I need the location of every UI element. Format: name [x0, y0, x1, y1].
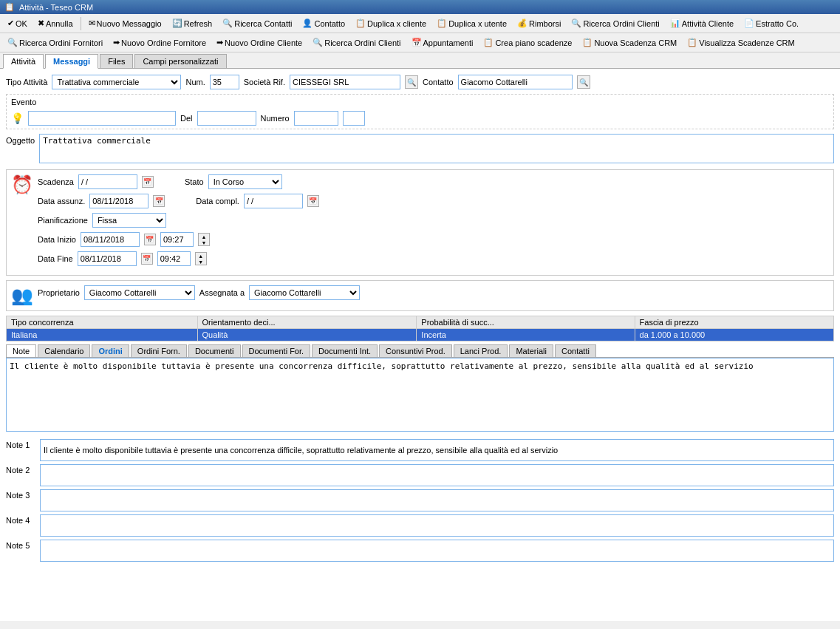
appuntamenti-button[interactable]: 📅 Appuntamenti — [407, 35, 478, 50]
annulla-icon: ✖ — [38, 18, 44, 28]
stato-select[interactable]: In Corso Chiuso Sospeso — [208, 174, 282, 189]
time-up-button[interactable]: ▲ — [199, 234, 209, 239]
nuovo-ordine-fornitore-button[interactable]: ➡ Nuovo Ordine Fornitore — [109, 35, 211, 50]
oggetto-textarea[interactable]: Trattativa commerciale — [39, 134, 834, 163]
data-compl-calendar-button[interactable]: 📅 — [307, 195, 319, 207]
note2-input[interactable] — [40, 464, 834, 486]
note5-input[interactable] — [40, 540, 834, 562]
data-inizio-calendar-button[interactable]: 📅 — [144, 234, 156, 245]
sub-tab-calendario[interactable]: Calendario — [38, 344, 90, 357]
sub-tab-contatti[interactable]: Contatti — [555, 344, 596, 357]
note3-input[interactable] — [40, 489, 834, 511]
data-assunz-input[interactable] — [89, 194, 148, 208]
numero2-input[interactable] — [343, 111, 365, 126]
rimborsi-button[interactable]: 💰 Rimborsi — [513, 16, 565, 30]
note3-label: Note 3 — [6, 489, 35, 500]
tab-messaggi[interactable]: Messaggi — [45, 54, 98, 69]
tipo-attivita-label: Tipo Attività — [6, 78, 47, 86]
sub-tab-documenti[interactable]: Documenti — [188, 344, 241, 357]
societa-rif-input[interactable] — [290, 75, 400, 89]
numero-input[interactable] — [294, 111, 338, 126]
col-orientamento: Orientamento deci... — [197, 316, 417, 329]
scadenza-label: Scadenza — [38, 177, 74, 186]
data-fine-time-input[interactable] — [157, 251, 191, 266]
contatto-input[interactable] — [458, 75, 573, 89]
fine-time-up-button[interactable]: ▲ — [196, 253, 206, 259]
scadenza-calendar-button[interactable]: 📅 — [142, 176, 154, 188]
tab-files[interactable]: Files — [100, 54, 133, 68]
data-inizio-input[interactable] — [81, 232, 140, 247]
duplica-cliente-button[interactable]: 📋 Duplica x cliente — [351, 16, 431, 30]
data-inizio-label: Data Inizio — [38, 235, 76, 244]
ricerca-contatti-button[interactable]: 🔍 Ricerca Contatti — [218, 16, 296, 30]
data-assunz-row: Data assunz. 📅 Data compl. 📅 — [38, 194, 829, 208]
sub-tab-materiali[interactable]: Materiali — [509, 344, 553, 357]
sub-tab-documenti-for[interactable]: Documenti For. — [242, 344, 311, 357]
note4-input[interactable] — [40, 514, 834, 537]
data-assunz-calendar-button[interactable]: 📅 — [153, 195, 165, 207]
num-input[interactable] — [210, 75, 239, 89]
tipo-attivita-row: Tipo Attività Trattativa commerciale Num… — [6, 75, 834, 89]
table-row[interactable]: Italiana Qualità Incerta da 1.000 a 10.0… — [7, 329, 834, 341]
ricerca-ordini-clienti2-button[interactable]: 🔍 Ricerca Ordini Clienti — [308, 35, 405, 50]
data-fine-time-spinner[interactable]: ▲ ▼ — [195, 252, 207, 265]
notes-main-textarea[interactable]: Il cliente è molto disponibile tuttavia … — [6, 358, 834, 432]
cell-fascia: da 1.000 a 10.000 — [635, 329, 833, 341]
duplica-utente-button[interactable]: 📋 Duplica x utente — [432, 16, 511, 30]
main-tab-bar: Attività Messaggi Files Campi personaliz… — [0, 52, 840, 69]
data-fine-calendar-button[interactable]: 📅 — [141, 253, 153, 265]
fine-time-down-button[interactable]: ▼ — [196, 259, 206, 265]
data-inizio-time-spinner[interactable]: ▲ ▼ — [198, 233, 210, 246]
contatto-search-button[interactable]: 🔍 — [577, 75, 590, 89]
crea-piano-scadenze-button[interactable]: 📋 Crea piano scadenze — [479, 35, 576, 50]
nuovo-messaggio-button[interactable]: ✉ Nuovo Messaggio — [84, 16, 166, 30]
scadenza-input[interactable] — [78, 174, 137, 189]
sub-tab-lanci-prod[interactable]: Lanci Prod. — [454, 344, 508, 357]
ok-button[interactable]: ✔ OK — [3, 16, 32, 30]
sub-tab-consuntivi-prod[interactable]: Consuntivi Prod. — [379, 344, 452, 357]
refresh-button[interactable]: 🔄 Refresh — [168, 16, 217, 30]
data-fine-input[interactable] — [78, 251, 137, 266]
annulla-button[interactable]: ✖ Annulla — [33, 16, 78, 30]
col-probabilita: Probabilità di succ... — [417, 316, 635, 329]
person-icon: 👥 — [11, 285, 33, 306]
arrow2-icon: ➡ — [216, 38, 223, 47]
tab-attivita[interactable]: Attività — [3, 54, 44, 69]
contatto-button[interactable]: 👤 Contatto — [298, 16, 349, 30]
sub-tab-ordini-forn[interactable]: Ordini Forn. — [131, 344, 187, 357]
sub-tab-ordini[interactable]: Ordini — [92, 344, 129, 357]
data-compl-input[interactable] — [244, 194, 303, 208]
note1-input[interactable] — [40, 439, 834, 461]
oggetto-section: Oggetto Trattativa commerciale — [6, 134, 834, 163]
concorrenza-grid: Tipo concorrenza Orientamento deci... Pr… — [6, 316, 834, 341]
estratto-co-button[interactable]: 📄 Estratto Co. — [740, 16, 803, 30]
nuova-scadenza-crm-button[interactable]: 📋 Nuova Scadenza CRM — [578, 35, 681, 50]
visualizza-scadenze-crm-button[interactable]: 📋 Visualizza Scadenze CRM — [683, 35, 799, 50]
scadenza-section: ⏰ Scadenza 📅 Stato In Corso Chiuso Sospe… — [6, 169, 834, 276]
nuovo-ordine-cliente-button[interactable]: ➡ Nuovo Ordine Cliente — [212, 35, 307, 50]
sub-tab-note[interactable]: Note — [6, 344, 36, 357]
pianificazione-select[interactable]: Fissa Mobile — [92, 213, 166, 228]
search4-icon: 🔍 — [313, 38, 323, 47]
attivita-cliente-button[interactable]: 📊 Attività Cliente — [666, 16, 738, 30]
assegnata-select[interactable]: Giacomo Cottarelli — [249, 285, 360, 300]
tipo-attivita-select[interactable]: Trattativa commerciale — [52, 75, 181, 89]
data-fine-label: Data Fine — [38, 254, 73, 263]
ricerca-ordini-clienti-button[interactable]: 🔍 Ricerca Ordini Clienti — [567, 16, 663, 30]
note2-label: Note 2 — [6, 464, 35, 475]
data-inizio-time-input[interactable] — [160, 232, 194, 247]
time-down-button[interactable]: ▼ — [199, 239, 209, 245]
evento-row: 💡 Del Numero — [11, 111, 829, 126]
scadenza-fields: Scadenza 📅 Stato In Corso Chiuso Sospeso… — [38, 174, 829, 271]
tab-campi-personalizzati[interactable]: Campi personalizzati — [134, 54, 226, 68]
proprietario-row: Proprietario Giacomo Cottarelli Assegnat… — [38, 285, 829, 300]
societa-search-button[interactable]: 🔍 — [405, 75, 418, 89]
sub-tab-documenti-int[interactable]: Documenti Int. — [312, 344, 378, 357]
del-input[interactable] — [197, 111, 256, 126]
money-icon: 💰 — [517, 18, 527, 28]
evento-input[interactable] — [28, 111, 176, 126]
proprietario-select[interactable]: Giacomo Cottarelli — [84, 285, 195, 300]
contatto-label: Contatto — [423, 78, 454, 86]
pianificazione-label: Pianificazione — [38, 216, 88, 225]
ricerca-ordini-fornitori-button[interactable]: 🔍 Ricerca Ordini Fornitori — [3, 35, 107, 50]
